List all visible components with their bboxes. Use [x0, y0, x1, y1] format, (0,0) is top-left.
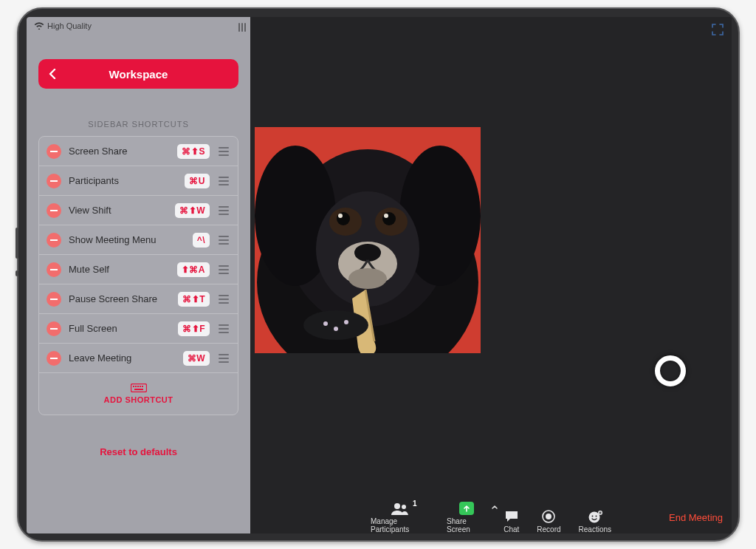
shortcut-row[interactable]: Mute Self ⬆⌘A — [39, 255, 238, 284]
assistive-touch-button[interactable] — [655, 355, 686, 386]
shortcut-label: Participants — [69, 175, 177, 186]
record-icon — [542, 510, 555, 523]
shortcut-row[interactable]: Participants ⌘U — [39, 166, 238, 196]
svg-point-35 — [402, 505, 406, 509]
reorder-handle-icon[interactable] — [217, 354, 230, 363]
remove-shortcut-button[interactable] — [47, 292, 61, 307]
remove-shortcut-button[interactable] — [47, 144, 61, 159]
meeting-area: 1 Manage Participants Share Screen — [250, 17, 732, 533]
svg-rect-2 — [50, 210, 58, 211]
shortcut-label: View Shift — [69, 205, 168, 216]
shortcut-row[interactable]: Full Screen ⌘⬆F — [39, 314, 238, 344]
reorder-handle-icon[interactable] — [217, 177, 230, 185]
shortcut-keys[interactable]: ^\ — [193, 233, 210, 248]
ipad-device-frame: High Quality Workspace SIDEBAR SHORTCUTS… — [17, 7, 740, 542]
svg-rect-4 — [50, 269, 58, 270]
sidebar-section-label: SIDEBAR SHORTCUTS — [27, 120, 250, 129]
svg-point-23 — [337, 212, 350, 225]
reorder-handle-icon[interactable] — [217, 147, 230, 156]
participant-video-tile[interactable] — [255, 127, 481, 353]
svg-point-26 — [384, 214, 388, 218]
reactions-button[interactable]: Reactions — [579, 510, 611, 533]
remove-shortcut-button[interactable] — [47, 351, 61, 366]
svg-point-32 — [334, 327, 338, 331]
reactions-icon — [588, 510, 602, 523]
screen: High Quality Workspace SIDEBAR SHORTCUTS… — [27, 17, 732, 533]
svg-rect-1 — [50, 180, 58, 182]
share-options-chevron-icon[interactable] — [491, 503, 498, 512]
remove-shortcut-button[interactable] — [47, 233, 61, 248]
toolbar-label: Share Screen — [447, 517, 486, 533]
reorder-handle-icon[interactable] — [217, 236, 230, 245]
keyboard-icon — [131, 383, 147, 392]
participant-video-content — [255, 127, 481, 353]
participant-count-badge: 1 — [413, 499, 417, 508]
share-screen-button[interactable]: Share Screen — [447, 502, 486, 533]
svg-rect-8 — [131, 384, 146, 392]
remove-shortcut-button[interactable] — [47, 262, 61, 277]
svg-rect-14 — [134, 389, 143, 390]
manage-participants-button[interactable]: 1 Manage Participants — [371, 502, 429, 533]
shortcut-row[interactable]: Show Meeting Menu ^\ — [39, 225, 238, 255]
shortcut-keys[interactable]: ⌘W — [183, 351, 210, 366]
shortcut-keys[interactable]: ⌘⬆W — [175, 203, 210, 218]
svg-point-25 — [338, 214, 343, 218]
end-meeting-button[interactable]: End Meeting — [669, 512, 723, 523]
svg-rect-3 — [50, 239, 58, 241]
shortcut-row[interactable]: Pause Screen Share ⌘⬆T — [39, 284, 238, 314]
shortcut-keys[interactable]: ⌘⬆F — [178, 321, 210, 336]
svg-point-39 — [591, 515, 593, 516]
shortcut-label: Mute Self — [69, 264, 170, 275]
svg-rect-6 — [50, 328, 58, 330]
svg-point-37 — [546, 514, 551, 519]
shortcut-row[interactable]: View Shift ⌘⬆W — [39, 196, 238, 225]
workspace-title: Workspace — [109, 68, 168, 81]
svg-point-33 — [344, 320, 348, 324]
reset-defaults-link[interactable]: Reset to defaults — [27, 446, 250, 457]
add-shortcut-label: ADD SHORTCUT — [104, 395, 173, 404]
record-button[interactable]: Record — [537, 510, 560, 533]
shortcut-keys[interactable]: ⌘⬆S — [177, 144, 210, 159]
svg-point-34 — [394, 503, 400, 509]
shortcut-label: Full Screen — [69, 323, 171, 334]
svg-point-30 — [303, 310, 368, 340]
svg-rect-10 — [135, 386, 137, 387]
svg-rect-13 — [142, 386, 143, 387]
svg-point-29 — [348, 268, 387, 289]
workspace-header[interactable]: Workspace — [38, 59, 238, 89]
status-bar: High Quality — [27, 17, 250, 34]
toolbar-label: Record — [537, 525, 560, 533]
reorder-handle-icon[interactable] — [217, 295, 230, 304]
remove-shortcut-button[interactable] — [47, 203, 61, 218]
shortcut-keys[interactable]: ⬆⌘A — [177, 262, 210, 277]
svg-rect-9 — [133, 386, 134, 387]
panel-drag-handle-icon[interactable] — [238, 23, 247, 32]
svg-point-28 — [354, 244, 381, 262]
reorder-handle-icon[interactable] — [217, 265, 230, 274]
device-side-button — [16, 270, 18, 276]
remove-shortcut-button[interactable] — [47, 321, 61, 336]
svg-point-24 — [382, 212, 396, 225]
reorder-handle-icon[interactable] — [217, 324, 230, 333]
back-chevron-icon[interactable] — [49, 59, 56, 89]
shortcut-row[interactable]: Screen Share ⌘⬆S — [39, 137, 238, 166]
wifi-icon — [34, 21, 44, 30]
shortcut-row[interactable]: Leave Meeting ⌘W — [39, 344, 238, 373]
fullscreen-icon[interactable] — [711, 23, 724, 36]
add-shortcut-button[interactable]: ADD SHORTCUT — [39, 373, 238, 415]
remove-shortcut-button[interactable] — [47, 174, 61, 188]
toolbar-label: Chat — [504, 525, 519, 533]
svg-rect-0 — [50, 151, 58, 152]
chat-button[interactable]: Chat — [504, 510, 519, 533]
chat-icon — [504, 510, 519, 523]
svg-rect-12 — [140, 386, 141, 387]
shortcut-label: Show Meeting Menu — [69, 234, 185, 245]
svg-point-31 — [323, 321, 328, 326]
reorder-handle-icon[interactable] — [217, 206, 230, 215]
shortcut-list: Screen Share ⌘⬆S Participants ⌘U View Sh… — [38, 136, 238, 415]
connection-quality-label: High Quality — [47, 21, 92, 30]
toolbar-label: Reactions — [579, 525, 611, 533]
shortcut-keys[interactable]: ⌘⬆T — [178, 292, 210, 307]
shortcut-label: Screen Share — [69, 146, 170, 157]
shortcut-keys[interactable]: ⌘U — [185, 174, 210, 188]
